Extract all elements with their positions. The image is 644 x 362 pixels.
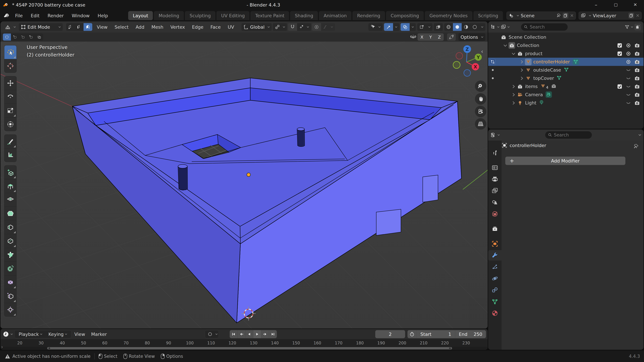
expand-arrow-right[interactable]: [518, 68, 525, 72]
tool-smooth[interactable]: [4, 275, 16, 289]
stopwatch-icon[interactable]: [408, 332, 416, 337]
end-frame-field[interactable]: End250: [455, 332, 486, 337]
workspace-tab-sculpting[interactable]: Sculpting: [185, 11, 216, 20]
disable-render-toggle[interactable]: [634, 76, 640, 81]
maximize-button[interactable]: ▢: [610, 1, 622, 9]
properties-tab-object[interactable]: [488, 239, 502, 249]
select-invert-icon[interactable]: [27, 33, 35, 40]
mesh-edit-overlay-icon[interactable]: [417, 23, 426, 31]
copy-icon[interactable]: [628, 13, 634, 18]
hide-viewport-toggle[interactable]: [626, 51, 632, 56]
object-type-visibility-dropdown[interactable]: [368, 23, 383, 31]
mode-dropdown[interactable]: Edit Mode: [19, 23, 63, 31]
viewport-menu-select[interactable]: Select: [111, 23, 132, 31]
properties-tab-render[interactable]: [488, 162, 502, 173]
properties-tab-material[interactable]: [488, 308, 502, 319]
disable-render-toggle[interactable]: [634, 84, 640, 89]
gizmo-minus-y[interactable]: [453, 61, 460, 68]
edge-select-icon[interactable]: [75, 23, 84, 31]
timeline-expand-arrow[interactable]: ›: [1, 345, 3, 350]
add-modifier-button[interactable]: + Add Modifier: [505, 157, 626, 165]
outliner-row-camera[interactable]: Camera: [488, 90, 644, 99]
expand-arrow-right[interactable]: [518, 60, 525, 64]
checkbox-toggle[interactable]: [617, 43, 623, 48]
jump-to-end-button[interactable]: [269, 330, 277, 338]
face-select-icon[interactable]: [84, 23, 92, 31]
prev-keyframe-button[interactable]: [238, 330, 245, 338]
tool-measure[interactable]: [4, 148, 16, 162]
properties-tab-output[interactable]: [488, 174, 502, 184]
tool-shrink-fatten[interactable]: [4, 303, 16, 317]
viewport-menu-add[interactable]: Add: [132, 23, 148, 31]
viewport-canvas[interactable]: User Perspective (2) controllerHolder Z …: [0, 41, 488, 329]
tool-add-cube[interactable]: [4, 165, 16, 179]
gizmo-minus-z[interactable]: [464, 70, 470, 76]
tool-bevel[interactable]: [4, 207, 16, 220]
workspace-tab-modeling[interactable]: Modeling: [154, 11, 184, 20]
tool-extrude-region[interactable]: [4, 179, 16, 193]
tool-inset-faces[interactable]: [4, 193, 16, 207]
gizmo-minus-x[interactable]: [456, 52, 463, 59]
outliner-row-items[interactable]: items4: [488, 82, 644, 90]
outliner-search[interactable]: [521, 23, 568, 31]
viewport-menu-uv[interactable]: UV: [224, 23, 238, 31]
outliner-row-outsidecase[interactable]: outsideCase: [488, 66, 644, 74]
tool-select-box[interactable]: [4, 45, 16, 59]
shading-wireframe-icon[interactable]: [444, 23, 453, 31]
properties-options-dropdown[interactable]: [638, 134, 641, 136]
disable-render-toggle[interactable]: [634, 92, 640, 97]
mirror-y-toggle[interactable]: Y: [426, 33, 435, 41]
menu-window[interactable]: Window: [68, 11, 94, 20]
tool-spin[interactable]: [4, 262, 16, 275]
properties-tab-modifiers[interactable]: [488, 250, 502, 261]
menu-file[interactable]: File: [11, 11, 27, 20]
outliner-row-topcover[interactable]: topCover: [488, 74, 644, 82]
shading-rendered-icon[interactable]: [470, 23, 479, 31]
vertex-select-icon[interactable]: [66, 23, 75, 31]
tool-loop-cut[interactable]: [4, 220, 16, 234]
workspace-tab-geometry-nodes[interactable]: Geometry Nodes: [425, 11, 472, 20]
mirror-x-toggle[interactable]: X: [418, 33, 426, 41]
next-keyframe-button[interactable]: [261, 330, 269, 338]
correct-face-attributes-icon[interactable]: [447, 33, 456, 41]
blender-menu-icon[interactable]: [3, 12, 10, 19]
properties-editor-icon[interactable]: [490, 132, 500, 138]
expand-arrow-down[interactable]: [510, 52, 517, 55]
shading-dropdown[interactable]: [479, 23, 485, 31]
editor-type-button[interactable]: [3, 23, 18, 31]
expand-arrow-down[interactable]: [502, 44, 508, 47]
outliner-search-input[interactable]: [530, 24, 558, 29]
jump-to-start-button[interactable]: [230, 330, 237, 338]
timeline-editor-icon[interactable]: [2, 331, 13, 338]
outliner-row-controllerholder[interactable]: controllerHolder: [488, 58, 644, 66]
scene-selector[interactable]: Scene ✕: [506, 11, 576, 20]
sidebar-collapse-arrow[interactable]: ‹: [481, 48, 483, 55]
expand-arrow-right[interactable]: [510, 85, 517, 88]
disable-render-toggle[interactable]: [634, 43, 640, 48]
proportional-edit-icon[interactable]: [312, 23, 321, 31]
properties-search[interactable]: [545, 131, 592, 139]
outliner-display-mode-icon[interactable]: [501, 24, 510, 30]
properties-tab-scene[interactable]: [488, 197, 502, 208]
zoom-button[interactable]: [475, 80, 486, 92]
pan-hand-button[interactable]: [475, 93, 486, 105]
workspace-tab-scripting[interactable]: Scripting: [474, 11, 503, 20]
falloff-dropdown[interactable]: [321, 23, 335, 31]
properties-tab-particles[interactable]: [488, 262, 502, 272]
close-button[interactable]: ✕: [630, 1, 641, 9]
properties-tab-world[interactable]: [488, 209, 502, 219]
hide-viewport-toggle[interactable]: [626, 67, 632, 73]
snap-target-dropdown[interactable]: [297, 23, 311, 31]
checkbox-toggle[interactable]: [617, 51, 623, 56]
disable-render-toggle[interactable]: [634, 100, 640, 106]
play-reverse-button[interactable]: [246, 330, 253, 338]
workspace-tab-shading[interactable]: Shading: [290, 11, 318, 20]
tool-annotate[interactable]: [4, 134, 16, 148]
workspace-tab-compositing[interactable]: Compositing: [386, 11, 424, 20]
outliner-editor-icon[interactable]: [490, 24, 500, 30]
tool-transform[interactable]: [4, 117, 16, 131]
timeline-menu-playback[interactable]: Playback: [16, 332, 45, 337]
disable-render-toggle[interactable]: [634, 51, 640, 56]
orientation-dropdown[interactable]: Global: [242, 23, 272, 31]
mesh-edit-overlay-dropdown[interactable]: [426, 23, 432, 31]
